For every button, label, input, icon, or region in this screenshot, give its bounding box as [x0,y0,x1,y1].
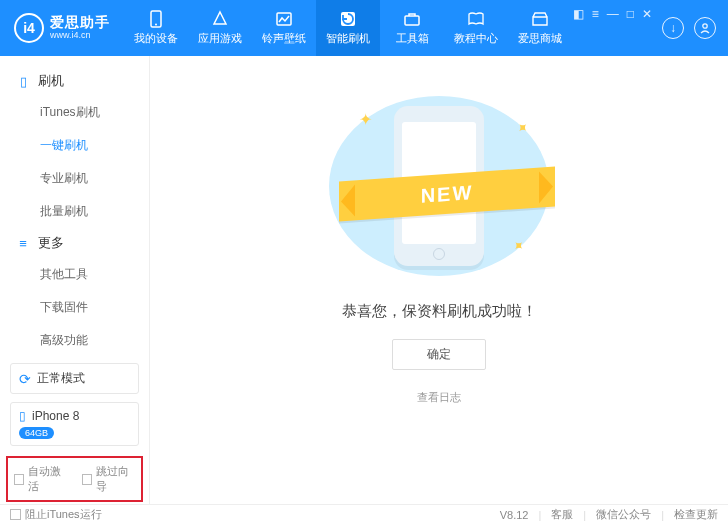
top-nav: 我的设备 应用游戏 铃声壁纸 智能刷机 工具箱 教程中心 爱思商城 [124,0,573,56]
support-link[interactable]: 客服 [551,507,573,522]
nav-label: 爱思商城 [518,31,562,46]
group-title: 刷机 [38,72,64,90]
phone-icon: ▯ [16,74,30,89]
sidebar-item-batch-flash[interactable]: 批量刷机 [0,195,149,228]
device-phone-icon: ▯ [19,409,26,423]
sidebar-item-itunes-flash[interactable]: iTunes刷机 [0,96,149,129]
app-logo: i4 爱思助手 www.i4.cn [0,13,124,43]
device-icon [146,10,166,28]
success-message: 恭喜您，保资料刷机成功啦！ [342,302,537,321]
device-status[interactable]: ⟳ 正常模式 [10,363,139,394]
checkbox-icon [10,509,21,520]
download-icon[interactable]: ↓ [662,17,684,39]
nav-ringtones[interactable]: 铃声壁纸 [252,0,316,56]
sidebar-item-pro-flash[interactable]: 专业刷机 [0,162,149,195]
close-icon[interactable]: ✕ [642,7,652,21]
highlighted-options: 自动激活 跳过向导 [6,456,143,502]
checkbox-skip-guide[interactable]: 跳过向导 [82,464,136,494]
store-icon [530,10,550,28]
svg-point-1 [155,24,157,26]
checkbox-block-itunes[interactable]: 阻止iTunes运行 [10,507,102,522]
nav-label: 铃声壁纸 [262,31,306,46]
book-icon [466,10,486,28]
sidebar-group-more: ≡ 更多 [0,228,149,258]
main-panel: ✦ ✦ ✦ NEW 恭喜您，保资料刷机成功啦！ 确定 查看日志 [150,56,728,504]
logo-badge-icon: i4 [14,13,44,43]
device-name: iPhone 8 [32,409,79,423]
sidebar: ▯ 刷机 iTunes刷机 一键刷机 专业刷机 批量刷机 ≡ 更多 其他工具 下… [0,56,150,504]
sidebar-item-download-firmware[interactable]: 下载固件 [0,291,149,324]
flash-icon [338,10,358,28]
checkbox-icon [14,474,24,485]
checkbox-icon [82,474,92,485]
apps-icon [210,10,230,28]
header-right: ↓ [662,17,728,39]
svg-rect-4 [405,16,419,25]
nav-toolbox[interactable]: 工具箱 [380,0,444,56]
nav-tutorials[interactable]: 教程中心 [444,0,508,56]
status-label: 正常模式 [37,370,85,387]
device-card[interactable]: ▯ iPhone 8 64GB [10,402,139,446]
sidebar-item-advanced[interactable]: 高级功能 [0,324,149,357]
maximize-icon[interactable]: □ [627,7,634,21]
checkbox-auto-activate[interactable]: 自动激活 [14,464,68,494]
refresh-icon: ⟳ [19,371,31,387]
ok-button[interactable]: 确定 [392,339,486,370]
version-label: V8.12 [500,509,529,521]
minimize-icon[interactable]: — [607,7,619,21]
brand-title: 爱思助手 [50,15,110,30]
sidebar-group-flash: ▯ 刷机 [0,66,149,96]
skin-icon[interactable]: ◧ [573,7,584,21]
sparkle-icon: ✦ [359,110,372,129]
logo-text: 爱思助手 www.i4.cn [50,15,110,40]
success-illustration: ✦ ✦ ✦ NEW [329,96,549,276]
sidebar-item-oneclick-flash[interactable]: 一键刷机 [0,129,149,162]
nav-flash[interactable]: 智能刷机 [316,0,380,56]
nav-label: 我的设备 [134,31,178,46]
menu-icon[interactable]: ≡ [592,7,599,21]
wechat-link[interactable]: 微信公众号 [596,507,651,522]
window-controls: ◧ ≡ — □ ✕ [573,7,662,49]
nav-label: 应用游戏 [198,31,242,46]
app-body: ▯ 刷机 iTunes刷机 一键刷机 专业刷机 批量刷机 ≡ 更多 其他工具 下… [0,56,728,504]
user-icon[interactable] [694,17,716,39]
toolbox-icon [402,10,422,28]
nav-store[interactable]: 爱思商城 [508,0,572,56]
storage-badge: 64GB [19,427,54,439]
nav-label: 智能刷机 [326,31,370,46]
view-log-link[interactable]: 查看日志 [417,390,461,405]
nav-my-device[interactable]: 我的设备 [124,0,188,56]
brand-url: www.i4.cn [50,31,110,41]
wallpaper-icon [274,10,294,28]
app-header: i4 爱思助手 www.i4.cn 我的设备 应用游戏 铃声壁纸 智能刷机 工具… [0,0,728,56]
group-title: 更多 [38,234,64,252]
nav-label: 教程中心 [454,31,498,46]
svg-point-5 [703,24,707,28]
sidebar-item-other-tools[interactable]: 其他工具 [0,258,149,291]
nav-label: 工具箱 [396,31,429,46]
status-bar: 阻止iTunes运行 V8.12 | 客服 | 微信公众号 | 检查更新 [0,504,728,524]
nav-apps[interactable]: 应用游戏 [188,0,252,56]
more-icon: ≡ [16,236,30,251]
check-update-link[interactable]: 检查更新 [674,507,718,522]
